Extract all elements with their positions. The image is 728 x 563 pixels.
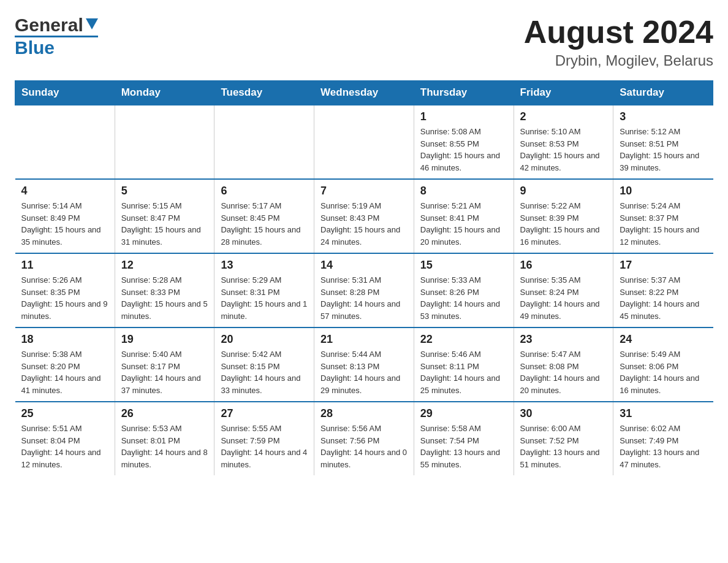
day-sun-info: Sunrise: 5:40 AM Sunset: 8:17 PM Dayligh… xyxy=(121,348,208,396)
svg-marker-0 xyxy=(86,18,98,29)
title-block: August 2024 Drybin, Mogilev, Belarus xyxy=(524,15,713,69)
logo: General Blue xyxy=(15,15,98,58)
day-sun-info: Sunrise: 5:24 AM Sunset: 8:37 PM Dayligh… xyxy=(620,200,707,248)
calendar-day-cell: 6Sunrise: 5:17 AM Sunset: 8:45 PM Daylig… xyxy=(214,179,314,253)
day-sun-info: Sunrise: 5:37 AM Sunset: 8:22 PM Dayligh… xyxy=(620,274,707,322)
day-sun-info: Sunrise: 5:58 AM Sunset: 7:54 PM Dayligh… xyxy=(420,423,507,470)
calendar-day-cell: 8Sunrise: 5:21 AM Sunset: 8:41 PM Daylig… xyxy=(414,179,514,253)
day-number: 23 xyxy=(520,333,607,346)
calendar-day-cell: 24Sunrise: 5:49 AM Sunset: 8:06 PM Dayli… xyxy=(613,327,713,402)
day-sun-info: Sunrise: 5:35 AM Sunset: 8:24 PM Dayligh… xyxy=(520,274,607,322)
day-sun-info: Sunrise: 5:33 AM Sunset: 8:26 PM Dayligh… xyxy=(420,274,507,322)
day-sun-info: Sunrise: 5:38 AM Sunset: 8:20 PM Dayligh… xyxy=(21,348,108,396)
calendar-day-cell: 18Sunrise: 5:38 AM Sunset: 8:20 PM Dayli… xyxy=(15,327,115,402)
day-sun-info: Sunrise: 5:12 AM Sunset: 8:51 PM Dayligh… xyxy=(620,126,707,174)
day-number: 24 xyxy=(620,333,707,346)
calendar-header-row: SundayMondayTuesdayWednesdayThursdayFrid… xyxy=(15,81,713,105)
logo-blue-text: Blue xyxy=(15,37,55,58)
day-number: 16 xyxy=(520,259,607,272)
calendar-day-cell: 5Sunrise: 5:15 AM Sunset: 8:47 PM Daylig… xyxy=(115,179,214,253)
calendar-week-row: 4Sunrise: 5:14 AM Sunset: 8:49 PM Daylig… xyxy=(15,179,713,253)
day-of-week-header: Friday xyxy=(514,81,613,105)
calendar-table: SundayMondayTuesdayWednesdayThursdayFrid… xyxy=(15,80,713,475)
day-number: 29 xyxy=(420,407,507,420)
day-of-week-header: Monday xyxy=(115,81,214,105)
day-sun-info: Sunrise: 5:42 AM Sunset: 8:15 PM Dayligh… xyxy=(221,348,308,396)
day-number: 25 xyxy=(21,407,108,420)
calendar-day-cell: 25Sunrise: 5:51 AM Sunset: 8:04 PM Dayli… xyxy=(15,402,115,475)
day-sun-info: Sunrise: 6:02 AM Sunset: 7:49 PM Dayligh… xyxy=(620,423,707,470)
day-sun-info: Sunrise: 5:47 AM Sunset: 8:08 PM Dayligh… xyxy=(520,348,607,396)
day-number: 30 xyxy=(520,407,607,420)
calendar-day-cell: 22Sunrise: 5:46 AM Sunset: 8:11 PM Dayli… xyxy=(414,327,514,402)
calendar-day-cell: 9Sunrise: 5:22 AM Sunset: 8:39 PM Daylig… xyxy=(514,179,613,253)
day-sun-info: Sunrise: 6:00 AM Sunset: 7:52 PM Dayligh… xyxy=(520,423,607,470)
day-sun-info: Sunrise: 5:44 AM Sunset: 8:13 PM Dayligh… xyxy=(320,348,408,396)
calendar-day-cell: 30Sunrise: 6:00 AM Sunset: 7:52 PM Dayli… xyxy=(514,402,613,475)
calendar-week-row: 1Sunrise: 5:08 AM Sunset: 8:55 PM Daylig… xyxy=(15,105,713,179)
day-sun-info: Sunrise: 5:22 AM Sunset: 8:39 PM Dayligh… xyxy=(520,200,607,248)
calendar-day-cell: 28Sunrise: 5:56 AM Sunset: 7:56 PM Dayli… xyxy=(314,402,414,475)
day-sun-info: Sunrise: 5:08 AM Sunset: 8:55 PM Dayligh… xyxy=(420,126,507,174)
calendar-day-cell: 14Sunrise: 5:31 AM Sunset: 8:28 PM Dayli… xyxy=(314,253,414,327)
day-of-week-header: Tuesday xyxy=(214,81,314,105)
day-sun-info: Sunrise: 5:21 AM Sunset: 8:41 PM Dayligh… xyxy=(420,200,507,248)
day-sun-info: Sunrise: 5:56 AM Sunset: 7:56 PM Dayligh… xyxy=(320,423,408,470)
calendar-day-cell: 31Sunrise: 6:02 AM Sunset: 7:49 PM Dayli… xyxy=(613,402,713,475)
day-number: 27 xyxy=(221,407,308,420)
calendar-day-cell: 27Sunrise: 5:55 AM Sunset: 7:59 PM Dayli… xyxy=(214,402,314,475)
logo-arrow-icon xyxy=(85,18,98,32)
calendar-day-cell xyxy=(15,105,115,179)
day-number: 22 xyxy=(420,333,507,346)
day-sun-info: Sunrise: 5:26 AM Sunset: 8:35 PM Dayligh… xyxy=(21,274,108,322)
day-sun-info: Sunrise: 5:17 AM Sunset: 8:45 PM Dayligh… xyxy=(221,200,308,248)
day-number: 13 xyxy=(221,259,308,272)
calendar-day-cell: 17Sunrise: 5:37 AM Sunset: 8:22 PM Dayli… xyxy=(613,253,713,327)
day-number: 26 xyxy=(121,407,208,420)
day-sun-info: Sunrise: 5:55 AM Sunset: 7:59 PM Dayligh… xyxy=(221,423,308,470)
calendar-week-row: 18Sunrise: 5:38 AM Sunset: 8:20 PM Dayli… xyxy=(15,327,713,402)
calendar-day-cell: 13Sunrise: 5:29 AM Sunset: 8:31 PM Dayli… xyxy=(214,253,314,327)
calendar-day-cell: 1Sunrise: 5:08 AM Sunset: 8:55 PM Daylig… xyxy=(414,105,514,179)
day-number: 8 xyxy=(420,185,507,197)
calendar-day-cell: 3Sunrise: 5:12 AM Sunset: 8:51 PM Daylig… xyxy=(613,105,713,179)
day-number: 31 xyxy=(620,407,707,420)
calendar-day-cell: 12Sunrise: 5:28 AM Sunset: 8:33 PM Dayli… xyxy=(115,253,214,327)
day-sun-info: Sunrise: 5:15 AM Sunset: 8:47 PM Dayligh… xyxy=(121,200,208,248)
day-number: 15 xyxy=(420,259,507,272)
calendar-day-cell: 10Sunrise: 5:24 AM Sunset: 8:37 PM Dayli… xyxy=(613,179,713,253)
day-number: 14 xyxy=(320,259,408,272)
day-of-week-header: Saturday xyxy=(613,81,713,105)
day-number: 9 xyxy=(520,185,607,197)
day-number: 5 xyxy=(121,185,208,197)
day-sun-info: Sunrise: 5:19 AM Sunset: 8:43 PM Dayligh… xyxy=(320,200,408,248)
calendar-day-cell: 23Sunrise: 5:47 AM Sunset: 8:08 PM Dayli… xyxy=(514,327,613,402)
calendar-day-cell: 26Sunrise: 5:53 AM Sunset: 8:01 PM Dayli… xyxy=(115,402,214,475)
day-number: 19 xyxy=(121,333,208,346)
page-header: General Blue August 2024 Drybin, Mogilev… xyxy=(15,15,713,69)
calendar-day-cell: 7Sunrise: 5:19 AM Sunset: 8:43 PM Daylig… xyxy=(314,179,414,253)
day-sun-info: Sunrise: 5:53 AM Sunset: 8:01 PM Dayligh… xyxy=(121,423,208,470)
day-number: 17 xyxy=(620,259,707,272)
day-of-week-header: Thursday xyxy=(414,81,514,105)
location-subtitle: Drybin, Mogilev, Belarus xyxy=(524,52,713,69)
calendar-day-cell: 16Sunrise: 5:35 AM Sunset: 8:24 PM Dayli… xyxy=(514,253,613,327)
day-number: 20 xyxy=(221,333,308,346)
logo-general-text: General xyxy=(15,15,83,36)
day-number: 21 xyxy=(320,333,408,346)
day-number: 11 xyxy=(21,259,108,272)
month-title: August 2024 xyxy=(524,15,713,50)
calendar-week-row: 25Sunrise: 5:51 AM Sunset: 8:04 PM Dayli… xyxy=(15,402,713,475)
day-number: 10 xyxy=(620,185,707,197)
day-number: 4 xyxy=(21,185,108,197)
day-number: 28 xyxy=(320,407,408,420)
day-sun-info: Sunrise: 5:49 AM Sunset: 8:06 PM Dayligh… xyxy=(620,348,707,396)
calendar-week-row: 11Sunrise: 5:26 AM Sunset: 8:35 PM Dayli… xyxy=(15,253,713,327)
day-number: 2 xyxy=(520,110,607,123)
day-sun-info: Sunrise: 5:28 AM Sunset: 8:33 PM Dayligh… xyxy=(121,274,208,322)
calendar-day-cell: 4Sunrise: 5:14 AM Sunset: 8:49 PM Daylig… xyxy=(15,179,115,253)
day-number: 7 xyxy=(320,185,408,197)
day-sun-info: Sunrise: 5:51 AM Sunset: 8:04 PM Dayligh… xyxy=(21,423,108,470)
calendar-day-cell xyxy=(314,105,414,179)
day-number: 3 xyxy=(620,110,707,123)
